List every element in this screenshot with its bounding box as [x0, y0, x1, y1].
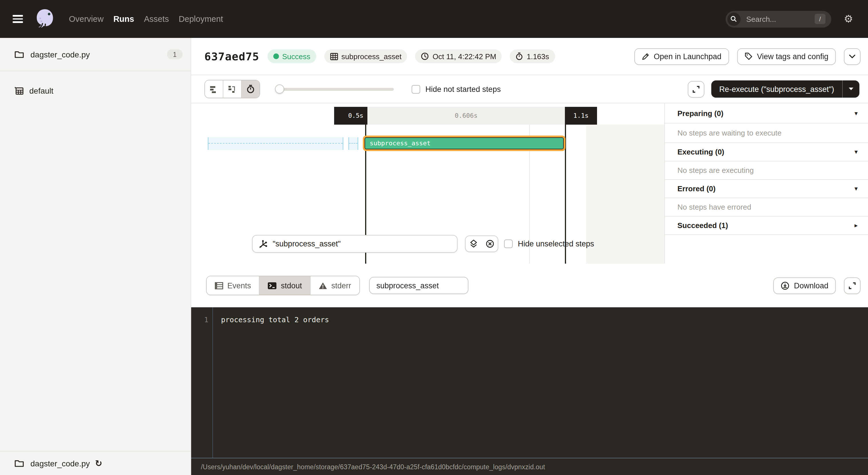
nav-runs[interactable]: Runs: [113, 14, 134, 24]
zoom-slider[interactable]: [275, 84, 394, 94]
view-mode-waterfall-icon[interactable]: [223, 81, 241, 98]
run-header: 637aed75 Success subprocess_asset: [191, 38, 868, 75]
preparing-empty-text: No steps are waiting to execute: [665, 123, 868, 143]
step-selector-input[interactable]: [272, 239, 451, 249]
log-line-text: processing total 2 orders: [221, 315, 329, 325]
download-button[interactable]: Download: [773, 277, 836, 294]
search-icon: [727, 12, 741, 26]
nav-overview[interactable]: Overview: [69, 14, 104, 24]
timeline-end-label: 1.1s: [565, 107, 597, 125]
caret-down-icon: ▾: [855, 148, 858, 156]
warning-icon: [319, 282, 327, 289]
view-mode-flat-icon[interactable]: [205, 81, 223, 98]
global-search[interactable]: /: [725, 11, 831, 27]
duration-chip: 1.163s: [510, 50, 555, 63]
gantt-after-run-shade: [586, 125, 664, 264]
dagster-logo[interactable]: [34, 8, 55, 30]
pencil-icon: [642, 53, 649, 60]
hide-not-started-group: Hide not started steps: [412, 85, 501, 93]
sidebar: dagster_code.py 1 default dagster_code.p…: [0, 38, 191, 475]
gantt-toolbar: Hide not started steps Re-execute ("subp…: [191, 75, 868, 103]
gantt-fullscreen-button[interactable]: [688, 81, 704, 97]
log-line-number: 1: [191, 315, 208, 325]
step-filter-row: Hide unselected steps: [252, 235, 594, 253]
log-gutter-divider: [212, 307, 213, 458]
clock-icon: [421, 52, 429, 60]
hide-unselected-group: Hide unselected steps: [504, 239, 594, 248]
timestamp-chip[interactable]: Oct 11, 4:22:42 PM: [415, 50, 502, 63]
waiting-span-short: [348, 137, 358, 150]
events-table-icon: [215, 282, 223, 289]
log-toolbar: Events stdout: [191, 264, 868, 307]
hide-unselected-label: Hide unselected steps: [518, 239, 594, 248]
log-fullscreen-button[interactable]: [844, 277, 861, 294]
sidebar-repo[interactable]: dagster_code.py 1: [0, 38, 191, 71]
section-executing[interactable]: Executing (0) ▾: [665, 143, 868, 161]
caret-down-icon: ▾: [855, 110, 858, 117]
footer-repo-name: dagster_code.py: [30, 458, 90, 468]
dagster-app: Overview Runs Assets Deployment / ⚙ dags…: [0, 0, 868, 475]
job-icon: [14, 86, 24, 95]
reload-icon[interactable]: ↻: [95, 458, 102, 468]
nav-deployment[interactable]: Deployment: [179, 14, 223, 24]
gear-icon[interactable]: ⚙: [844, 14, 853, 24]
view-mode-segmented-control: [205, 80, 260, 98]
sidebar-footer: dagster_code.py ↻: [0, 451, 191, 475]
timeline-start-label: 0.5s: [334, 107, 367, 125]
log-line: 1 processing total 2 orders: [191, 315, 868, 325]
repo-count-badge: 1: [167, 50, 183, 59]
view-tags-config-button[interactable]: View tags and config: [737, 48, 836, 65]
folder-icon: [14, 459, 24, 468]
log-step-select[interactable]: subprocess_asset: [369, 277, 468, 294]
zoom-slider-thumb[interactable]: [275, 84, 284, 94]
repo-name: dagster_code.py: [30, 50, 90, 59]
tag-icon: [744, 52, 752, 60]
primary-nav: Overview Runs Assets Deployment: [69, 14, 223, 24]
gantt-step-bar-label: subprocess_asset: [365, 137, 564, 149]
tab-events[interactable]: Events: [207, 276, 259, 295]
stopwatch-icon: [516, 52, 523, 60]
section-succeeded[interactable]: Succeeded (1) ▸: [665, 216, 868, 235]
tab-stderr[interactable]: stderr: [310, 276, 359, 295]
stdout-log-view[interactable]: 1 processing total 2 orders: [191, 307, 868, 458]
timeline-duration-label: 0.606s: [367, 107, 565, 125]
section-preparing[interactable]: Preparing (0) ▾: [665, 103, 868, 123]
log-file-path: /Users/yuhan/dev/local/dagster_home/stor…: [201, 463, 545, 470]
top-nav: Overview Runs Assets Deployment / ⚙: [0, 0, 868, 38]
grid-icon: [330, 53, 338, 60]
sidebar-item-default[interactable]: default: [0, 81, 191, 100]
gantt-step-bar[interactable]: subprocess_asset: [363, 136, 565, 151]
step-selector-input-wrap: [252, 235, 458, 253]
caret-down-icon: [848, 87, 854, 91]
search-shortcut-badge: /: [815, 14, 826, 24]
status-dot: [273, 53, 279, 59]
reexecute-menu-caret[interactable]: [842, 81, 859, 98]
clear-filter-icon[interactable]: [482, 236, 498, 251]
caret-right-icon: ▸: [855, 222, 858, 229]
folder-icon: [14, 50, 24, 59]
zoom-slider-track[interactable]: [275, 88, 394, 90]
waiting-span: [208, 137, 343, 150]
nav-assets[interactable]: Assets: [144, 14, 169, 24]
gantt-chart[interactable]: 0.5s 0.606s 1.1s subprocess_asset: [191, 103, 664, 264]
hide-not-started-label: Hide not started steps: [425, 85, 501, 93]
section-errored[interactable]: Errored (0) ▾: [665, 180, 868, 198]
job-name: default: [29, 86, 53, 95]
caret-down-icon: ▾: [855, 185, 858, 192]
run-id: 637aed75: [205, 50, 259, 63]
executing-empty-text: No steps are executing: [665, 161, 868, 180]
hamburger-icon[interactable]: [12, 15, 23, 23]
open-in-launchpad-button[interactable]: Open in Launchpad: [634, 48, 729, 65]
errored-empty-text: No steps have errored: [665, 198, 868, 216]
view-mode-timing-icon[interactable]: [241, 81, 259, 98]
hide-unselected-checkbox[interactable]: [504, 239, 513, 248]
graph-query-toggle-icon[interactable]: [466, 236, 482, 251]
expand-icon: [692, 85, 700, 93]
status-badge: Success: [267, 50, 316, 63]
chevron-down-icon: [849, 54, 856, 58]
run-actions-menu-button[interactable]: [844, 48, 861, 65]
reexecute-button[interactable]: Re-execute ("subprocess_asset"): [711, 81, 859, 98]
hide-not-started-checkbox[interactable]: [412, 85, 420, 93]
asset-tag[interactable]: subprocess_asset: [324, 50, 407, 63]
tab-stdout[interactable]: stdout: [259, 276, 310, 295]
